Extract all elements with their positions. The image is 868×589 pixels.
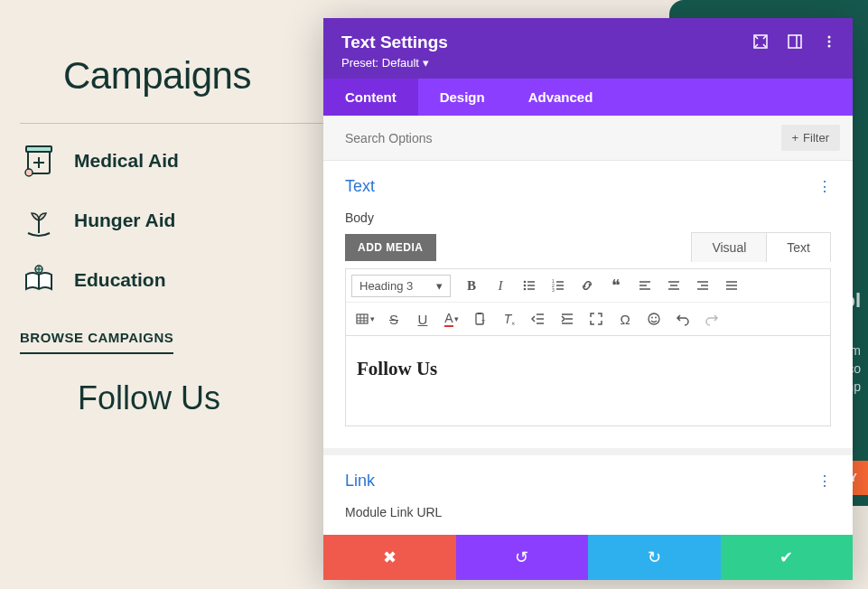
- svg-text:3: 3: [552, 287, 555, 293]
- campaign-item-education[interactable]: Education: [20, 261, 325, 299]
- check-icon: ✔: [779, 547, 793, 567]
- filter-button[interactable]: + Filter: [781, 125, 840, 151]
- preset-selector[interactable]: Preset: Default ▾: [341, 56, 448, 70]
- editor-content: Follow Us: [357, 358, 819, 380]
- align-right-button[interactable]: [689, 273, 716, 298]
- modal-tabs: Content Design Advanced: [323, 79, 853, 116]
- svg-rect-34: [357, 314, 368, 323]
- campaign-label: Medical Aid: [74, 150, 179, 172]
- svg-text:T: T: [481, 319, 486, 325]
- fullscreen-button[interactable]: [583, 306, 610, 332]
- strikethrough-button[interactable]: S: [380, 306, 407, 332]
- campaign-item-hunger[interactable]: Hunger Aid: [20, 201, 325, 239]
- modal-body: Text ⋮ Body ADD MEDIA Visual Text Headin…: [323, 161, 853, 535]
- svg-point-12: [524, 288, 527, 291]
- quote-button[interactable]: ❝: [602, 273, 630, 298]
- svg-point-49: [651, 317, 653, 319]
- expand-icon[interactable]: [753, 34, 768, 49]
- format-select-value: Heading 3: [359, 279, 413, 293]
- tab-design[interactable]: Design: [418, 79, 507, 116]
- editor-tab-visual[interactable]: Visual: [692, 233, 766, 262]
- medical-aid-icon: [20, 142, 58, 180]
- add-media-button[interactable]: ADD MEDIA: [345, 234, 436, 261]
- editor-tab-text[interactable]: Text: [766, 233, 830, 262]
- svg-point-2: [25, 169, 33, 176]
- text-settings-modal: Text Settings Preset: Default ▾ Content …: [323, 18, 853, 580]
- education-icon: [20, 261, 58, 299]
- tab-advanced[interactable]: Advanced: [507, 79, 615, 116]
- svg-point-8: [828, 41, 831, 43]
- campaign-label: Education: [74, 269, 166, 291]
- link-url-label: Module Link URL: [345, 505, 831, 519]
- kebab-menu-icon[interactable]: [822, 34, 836, 49]
- align-center-button[interactable]: [660, 273, 687, 298]
- editor-toolbar: Heading 3 ▾ B I 123 ❝ ▾ S: [345, 268, 831, 336]
- format-select[interactable]: Heading 3 ▾: [351, 275, 451, 297]
- special-char-button[interactable]: Ω: [611, 306, 639, 332]
- divider: [20, 123, 325, 124]
- filter-label: Filter: [803, 131, 829, 145]
- section-menu-icon[interactable]: ⋮: [817, 178, 831, 195]
- link-button[interactable]: [574, 273, 601, 298]
- editor-mode-tabs: Visual Text: [691, 232, 831, 262]
- page-left-column: Campaigns Medical Aid Hunger Aid Educati…: [0, 0, 325, 417]
- bold-button[interactable]: B: [458, 273, 485, 298]
- clear-formatting-button[interactable]: Tₓ: [496, 306, 523, 332]
- svg-point-10: [524, 281, 527, 284]
- hunger-aid-icon: [20, 201, 58, 239]
- preset-label: Preset: Default: [341, 56, 419, 70]
- text-color-button[interactable]: A▾: [438, 306, 465, 332]
- align-left-button[interactable]: [631, 273, 658, 298]
- emoji-button[interactable]: [640, 306, 667, 332]
- svg-point-50: [655, 317, 657, 319]
- editor-canvas[interactable]: Follow Us: [345, 336, 831, 426]
- bullet-list-button[interactable]: [516, 273, 543, 298]
- chevron-down-icon: ▾: [423, 56, 429, 70]
- redo-button[interactable]: [698, 306, 725, 332]
- close-icon: ✖: [383, 547, 397, 567]
- undo-button[interactable]: [669, 306, 696, 332]
- plus-icon: +: [792, 131, 799, 145]
- cancel-button[interactable]: ✖: [323, 535, 456, 580]
- section-link: Link ⋮ Module Link URL: [323, 448, 853, 535]
- campaigns-heading: Campaigns: [63, 54, 325, 98]
- browse-campaigns-link[interactable]: BROWSE CAMPAIGNS: [20, 330, 173, 354]
- follow-us-heading: Follow Us: [78, 379, 325, 417]
- redo-icon: ↻: [648, 547, 661, 567]
- svg-point-11: [524, 285, 527, 287]
- undo-icon: ↺: [515, 547, 528, 567]
- modal-header: Text Settings Preset: Default ▾: [323, 18, 853, 79]
- redo-changes-button[interactable]: ↻: [588, 535, 721, 580]
- svg-rect-1: [26, 146, 51, 152]
- indent-button[interactable]: [554, 306, 581, 332]
- campaign-item-medical[interactable]: Medical Aid: [20, 142, 325, 180]
- svg-point-48: [649, 313, 659, 324]
- section-menu-icon[interactable]: ⋮: [817, 472, 831, 490]
- outdent-button[interactable]: [525, 306, 552, 332]
- svg-rect-5: [789, 35, 801, 48]
- section-text: Text ⋮ Body ADD MEDIA Visual Text Headin…: [323, 161, 853, 448]
- underline-button[interactable]: U: [409, 306, 436, 332]
- undo-changes-button[interactable]: ↺: [456, 535, 589, 580]
- chevron-down-icon: ▾: [436, 279, 443, 293]
- align-justify-button[interactable]: [718, 273, 745, 298]
- svg-rect-40: [478, 313, 481, 314]
- numbered-list-button[interactable]: 123: [545, 273, 572, 298]
- paste-text-button[interactable]: T: [467, 306, 494, 332]
- table-button[interactable]: ▾: [351, 306, 378, 332]
- svg-point-9: [828, 45, 831, 48]
- search-options-input[interactable]: [345, 131, 642, 145]
- modal-footer: ✖ ↺ ↻ ✔: [323, 535, 853, 580]
- section-title-text[interactable]: Text: [345, 177, 375, 196]
- italic-button[interactable]: I: [487, 273, 514, 298]
- modal-title: Text Settings: [341, 33, 448, 52]
- snap-panel-icon[interactable]: [788, 34, 802, 49]
- confirm-button[interactable]: ✔: [721, 535, 854, 580]
- body-label: Body: [345, 210, 831, 225]
- campaign-label: Hunger Aid: [74, 210, 175, 231]
- svg-point-7: [828, 36, 831, 39]
- search-row: + Filter: [323, 116, 853, 161]
- section-title-link[interactable]: Link: [345, 472, 375, 491]
- tab-content[interactable]: Content: [323, 79, 418, 116]
